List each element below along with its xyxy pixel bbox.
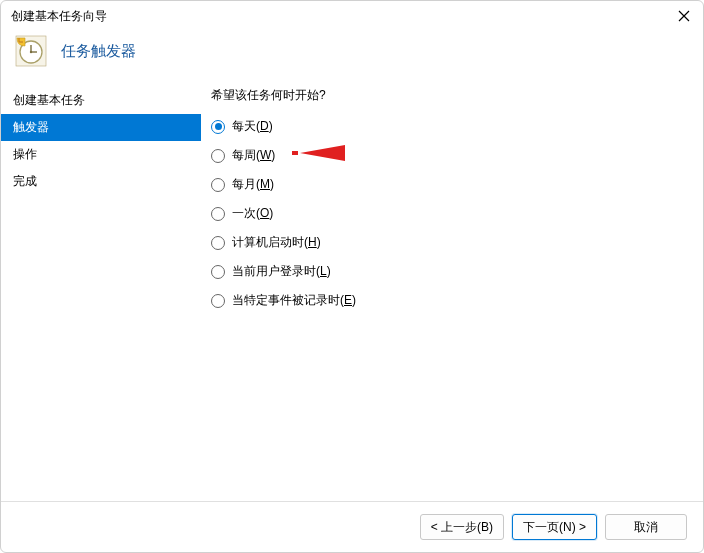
sidebar-item-action[interactable]: 操作 — [1, 141, 201, 168]
radio-icon — [211, 207, 225, 221]
sidebar-item-trigger[interactable]: 触发器 — [1, 114, 201, 141]
prompt-label: 希望该任务何时开始? — [211, 87, 693, 104]
radio-label: 当特定事件被记录时(E) — [232, 292, 356, 309]
radio-label: 计算机启动时(H) — [232, 234, 321, 251]
wizard-footer: < 上一步(B) 下一页(N) > 取消 — [1, 501, 703, 552]
page-title: 任务触发器 — [61, 42, 136, 61]
clock-wizard-icon — [15, 35, 47, 67]
wizard-body: 创建基本任务 触发器 操作 完成 希望该任务何时开始? 每天(D) 每周(W) … — [1, 83, 703, 501]
radio-label: 每天(D) — [232, 118, 273, 135]
radio-logon[interactable]: 当前用户登录时(L) — [211, 263, 693, 280]
radio-icon — [211, 149, 225, 163]
sidebar-item-create[interactable]: 创建基本任务 — [1, 87, 201, 114]
radio-startup[interactable]: 计算机启动时(H) — [211, 234, 693, 251]
svg-point-4 — [30, 51, 32, 53]
radio-weekly[interactable]: 每周(W) — [211, 147, 693, 164]
radio-icon — [211, 265, 225, 279]
close-button[interactable] — [675, 7, 693, 25]
radio-label: 当前用户登录时(L) — [232, 263, 331, 280]
radio-once[interactable]: 一次(O) — [211, 205, 693, 222]
wizard-header: 任务触发器 — [1, 31, 703, 83]
radio-icon — [211, 178, 225, 192]
radio-event[interactable]: 当特定事件被记录时(E) — [211, 292, 693, 309]
close-icon — [678, 10, 690, 22]
radio-icon — [211, 120, 225, 134]
radio-icon — [211, 236, 225, 250]
titlebar: 创建基本任务向导 — [1, 1, 703, 31]
wizard-sidebar: 创建基本任务 触发器 操作 完成 — [1, 83, 201, 501]
radio-icon — [211, 294, 225, 308]
cancel-button[interactable]: 取消 — [605, 514, 687, 540]
radio-label: 每周(W) — [232, 147, 275, 164]
sidebar-item-finish[interactable]: 完成 — [1, 168, 201, 195]
next-button[interactable]: 下一页(N) > — [512, 514, 597, 540]
wizard-window: 创建基本任务向导 任务触发器 创建基本任务 触发器 操作 完成 — [0, 0, 704, 553]
radio-daily[interactable]: 每天(D) — [211, 118, 693, 135]
back-button[interactable]: < 上一步(B) — [420, 514, 504, 540]
window-title: 创建基本任务向导 — [11, 8, 107, 25]
trigger-radio-group: 每天(D) 每周(W) 每月(M) 一次(O) 计算机启动时(H) — [211, 118, 693, 309]
radio-label: 每月(M) — [232, 176, 274, 193]
wizard-content: 希望该任务何时开始? 每天(D) 每周(W) 每月(M) 一次(O) — [201, 83, 703, 501]
radio-label: 一次(O) — [232, 205, 273, 222]
radio-monthly[interactable]: 每月(M) — [211, 176, 693, 193]
